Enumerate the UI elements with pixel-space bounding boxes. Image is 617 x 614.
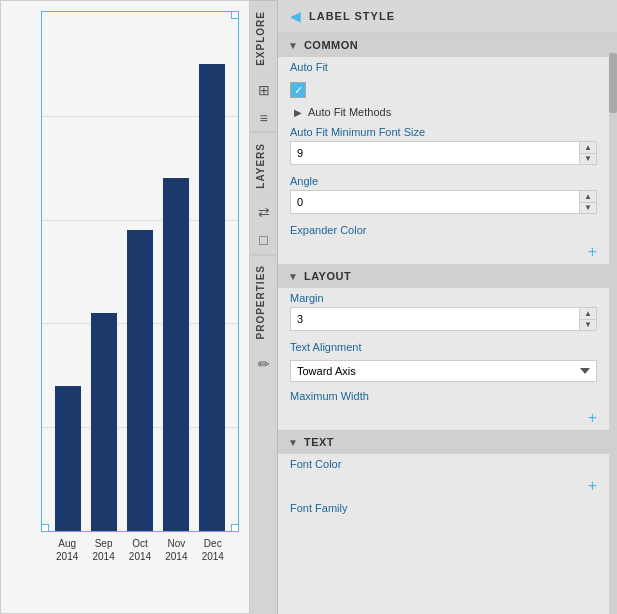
expander-color-plus-row: + xyxy=(278,241,609,264)
scrollbar-thumb[interactable] xyxy=(609,53,617,113)
angle-input-row: ▲ ▼ xyxy=(290,190,597,214)
bar-oct xyxy=(127,230,153,531)
bar-nov xyxy=(163,178,189,531)
back-icon[interactable]: ◀ xyxy=(290,8,301,24)
min-font-size-up[interactable]: ▲ xyxy=(580,142,596,153)
section-text-arrow: ▼ xyxy=(288,437,298,448)
section-common-header[interactable]: ▼ COMMON xyxy=(278,33,609,57)
expander-color-row: Expander Color xyxy=(278,220,609,241)
text-alignment-label: Text Alignment xyxy=(290,341,597,353)
angle-spinner: ▲ ▼ xyxy=(579,191,596,213)
chart-canvas xyxy=(41,11,239,532)
bars-container xyxy=(50,12,230,531)
font-color-plus-row: + xyxy=(278,475,609,498)
x-label-oct: Oct2014 xyxy=(125,537,155,563)
sidebar-icon-3[interactable]: ⇄ xyxy=(258,198,270,226)
min-font-size-spinner: ▲ ▼ xyxy=(579,142,596,164)
auto-fit-methods-row[interactable]: ▶ Auto Fit Methods xyxy=(278,102,609,122)
x-axis-labels: Aug2014 Sep2014 Oct2014 Nov2014 Dec2014 xyxy=(41,532,239,563)
x-label-dec: Dec2014 xyxy=(198,537,228,563)
margin-input[interactable] xyxy=(291,310,579,328)
font-color-label: Font Color xyxy=(290,458,597,470)
margin-row: Margin ▲ ▼ xyxy=(278,288,609,337)
x-label-aug: Aug2014 xyxy=(52,537,82,563)
auto-fit-methods-label: Auto Fit Methods xyxy=(308,106,391,118)
angle-row: Angle ▲ ▼ xyxy=(278,171,609,220)
auto-fit-label-row: Auto Fit xyxy=(278,57,609,78)
margin-up[interactable]: ▲ xyxy=(580,308,596,319)
section-layout-header[interactable]: ▼ LAYOUT xyxy=(278,264,609,288)
scrollbar-track[interactable] xyxy=(609,33,617,614)
sidebar-tab-explore[interactable]: EXPLORE xyxy=(250,0,277,76)
angle-up[interactable]: ▲ xyxy=(580,191,596,202)
x-label-nov: Nov2014 xyxy=(161,537,191,563)
selection-handle-bl[interactable] xyxy=(41,524,49,532)
angle-down[interactable]: ▼ xyxy=(580,202,596,213)
sidebar-tab-layers[interactable]: LAYERS xyxy=(250,132,277,199)
auto-fit-label: Auto Fit xyxy=(290,61,597,73)
properties-panel: ◀ LABEL STYLE ▼ COMMON Auto Fit ✓ ▶ Auto… xyxy=(278,0,617,614)
selection-handle-tr[interactable] xyxy=(231,11,239,19)
font-family-label: Font Family xyxy=(290,502,597,514)
max-width-row: Maximum Width xyxy=(278,386,609,407)
min-font-size-down[interactable]: ▼ xyxy=(580,153,596,164)
text-alignment-select-row: Toward Axis Away from Axis Center Left R… xyxy=(278,358,609,386)
bar-sep xyxy=(91,313,117,531)
min-font-size-label: Auto Fit Minimum Font Size xyxy=(290,126,597,138)
margin-down[interactable]: ▼ xyxy=(580,319,596,330)
sidebar-icon-1[interactable]: ⊞ xyxy=(258,76,270,104)
section-layout-arrow: ▼ xyxy=(288,271,298,282)
panel-outer: ▼ COMMON Auto Fit ✓ ▶ Auto Fit Methods A… xyxy=(278,33,617,614)
margin-spinner: ▲ ▼ xyxy=(579,308,596,330)
max-width-plus-row: + xyxy=(278,407,609,430)
angle-input[interactable] xyxy=(291,193,579,211)
bar-aug xyxy=(55,386,81,531)
auto-fit-checkbox[interactable]: ✓ xyxy=(290,82,306,98)
sidebar-tabs: EXPLORE ⊞ ≡ LAYERS ⇄ □ PROPERTIES ✏ xyxy=(250,0,278,614)
sidebar-icon-4[interactable]: □ xyxy=(259,226,267,254)
section-text-header[interactable]: ▼ TEXT xyxy=(278,430,609,454)
auto-fit-methods-arrow: ▶ xyxy=(294,107,302,118)
angle-label: Angle xyxy=(290,175,597,187)
panel-scroll[interactable]: ▼ COMMON Auto Fit ✓ ▶ Auto Fit Methods A… xyxy=(278,33,609,614)
min-font-size-row: Auto Fit Minimum Font Size ▲ ▼ xyxy=(278,122,609,171)
max-width-label: Maximum Width xyxy=(290,390,597,402)
auto-fit-checkbox-row: ✓ xyxy=(278,78,609,102)
sidebar-icon-2[interactable]: ≡ xyxy=(259,104,267,132)
margin-label: Margin xyxy=(290,292,597,304)
max-width-plus-button[interactable]: + xyxy=(588,410,597,426)
chart-area: Aug2014 Sep2014 Oct2014 Nov2014 Dec2014 xyxy=(0,0,250,614)
expander-color-label: Expander Color xyxy=(290,224,597,236)
expander-color-plus-button[interactable]: + xyxy=(588,244,597,260)
margin-input-row: ▲ ▼ xyxy=(290,307,597,331)
font-color-plus-button[interactable]: + xyxy=(588,478,597,494)
font-color-row: Font Color xyxy=(278,454,609,475)
min-font-size-input[interactable] xyxy=(291,144,579,162)
bar-dec xyxy=(199,64,225,531)
section-common-title: COMMON xyxy=(304,39,358,51)
x-label-sep: Sep2014 xyxy=(89,537,119,563)
font-family-row: Font Family xyxy=(278,498,609,519)
text-alignment-row: Text Alignment xyxy=(278,337,609,358)
sidebar-icon-5[interactable]: ✏ xyxy=(258,350,270,378)
section-text-title: TEXT xyxy=(304,436,334,448)
panel-header: ◀ LABEL STYLE xyxy=(278,0,617,33)
section-layout-title: LAYOUT xyxy=(304,270,351,282)
text-alignment-select[interactable]: Toward Axis Away from Axis Center Left R… xyxy=(290,360,597,382)
sidebar-tab-properties[interactable]: PROPERTIES xyxy=(250,254,277,349)
panel-title: LABEL STYLE xyxy=(309,10,395,22)
min-font-size-input-row: ▲ ▼ xyxy=(290,141,597,165)
section-common-arrow: ▼ xyxy=(288,40,298,51)
selection-handle-br[interactable] xyxy=(231,524,239,532)
